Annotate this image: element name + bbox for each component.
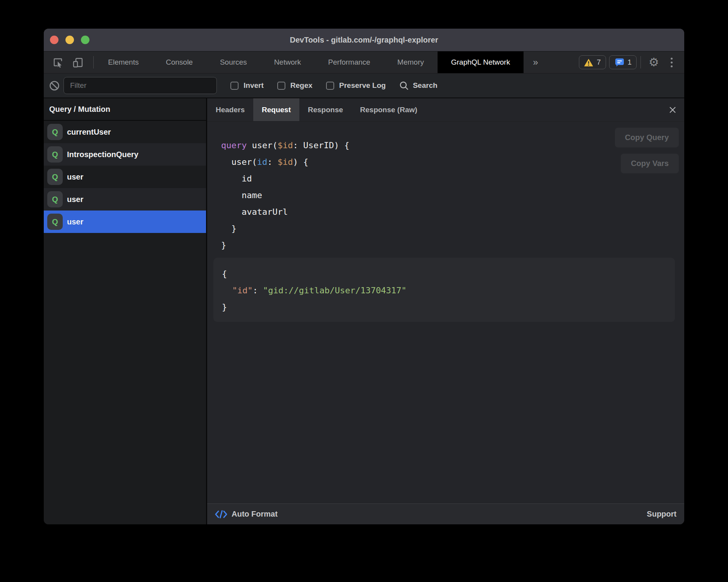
query-type-badge: Q xyxy=(47,146,63,163)
close-detail-button[interactable] xyxy=(661,98,684,121)
tab-graphql-network[interactable]: GraphQL Network xyxy=(438,51,524,73)
tab-request[interactable]: Request xyxy=(253,98,299,121)
code-token: "gid://gitlab/User/13704317" xyxy=(263,286,407,295)
device-toolbar-icon[interactable] xyxy=(72,57,83,68)
toolbar-icons xyxy=(44,51,94,73)
support-link[interactable]: Support xyxy=(647,510,676,519)
tab-response-raw[interactable]: Response (Raw) xyxy=(352,98,426,121)
copy-buttons: Copy Query Copy Vars xyxy=(615,128,679,173)
code-token: } xyxy=(222,302,227,312)
auto-format-button[interactable]: Auto Format xyxy=(232,510,278,519)
preserve-log-checkbox[interactable] xyxy=(326,82,334,90)
zoom-window-button[interactable] xyxy=(81,36,89,44)
message-icon xyxy=(614,58,624,67)
tab-network[interactable]: Network xyxy=(261,51,315,73)
list-item-label: user xyxy=(67,217,83,226)
invert-checkbox[interactable] xyxy=(230,82,239,90)
code-token: : xyxy=(252,286,263,295)
code-token: : xyxy=(267,157,278,167)
code-line: id xyxy=(221,170,349,187)
issues-count: 1 xyxy=(628,58,632,67)
code-line: query user($id: UserID) { xyxy=(221,137,349,154)
block-requests-icon[interactable] xyxy=(49,80,60,91)
request-detail-panel: Headers Request Response Response (Raw) … xyxy=(207,98,684,524)
tab-console[interactable]: Console xyxy=(152,51,206,73)
warnings-badge[interactable]: 7 xyxy=(579,55,606,69)
settings-gear-icon[interactable]: ⚙ xyxy=(645,56,663,68)
list-item-label: IntrospectionQuery xyxy=(67,150,138,159)
toolbar-divider xyxy=(640,56,641,68)
warning-icon xyxy=(584,58,593,67)
search-control[interactable]: Search xyxy=(399,81,437,91)
tab-headers[interactable]: Headers xyxy=(207,98,253,121)
code-line: { xyxy=(222,265,675,282)
tab-performance[interactable]: Performance xyxy=(314,51,384,73)
list-item-introspectionquery[interactable]: Q IntrospectionQuery xyxy=(44,143,206,166)
code-token: } xyxy=(221,240,226,250)
inspect-element-icon[interactable] xyxy=(52,57,63,68)
code-token: } xyxy=(221,224,237,233)
list-item-user-2[interactable]: Q user xyxy=(44,188,206,211)
code-line: } xyxy=(221,237,349,253)
code-line: } xyxy=(221,220,349,237)
list-item-currentuser[interactable]: Q currentUser xyxy=(44,121,206,143)
code-line: name xyxy=(221,187,349,204)
code-token: name xyxy=(221,190,262,200)
query-list-header-label: Query / Mutation xyxy=(49,105,110,114)
search-icon xyxy=(399,81,409,91)
list-item-user-1[interactable]: Q user xyxy=(44,166,206,188)
kebab-menu-icon[interactable] xyxy=(666,58,677,67)
code-token: $id xyxy=(278,140,293,150)
query-list-header: Query / Mutation xyxy=(44,98,206,121)
regex-label: Regex xyxy=(290,81,312,90)
filter-input[interactable] xyxy=(64,77,217,94)
query-variables-box: { "id": "gid://gitlab/User/13704317"} xyxy=(213,258,675,322)
filter-bar: Invert Regex Preserve Log Search xyxy=(44,74,684,98)
query-type-badge: Q xyxy=(47,169,63,185)
invert-checkbox-group[interactable]: Invert xyxy=(230,81,264,90)
code-token: : UserID) { xyxy=(293,140,349,150)
code-token xyxy=(222,286,232,295)
minimize-window-button[interactable] xyxy=(65,36,74,44)
preserve-log-checkbox-group[interactable]: Preserve Log xyxy=(326,81,386,90)
code-token: ) { xyxy=(293,157,308,167)
request-content: query user($id: UserID) { user(id: $id) … xyxy=(207,122,684,503)
code-token: id xyxy=(257,157,268,167)
tab-sources[interactable]: Sources xyxy=(206,51,261,73)
more-tabs-chevron[interactable]: » xyxy=(524,51,547,73)
preserve-log-label: Preserve Log xyxy=(339,81,386,90)
code-token: id xyxy=(221,174,252,183)
search-label: Search xyxy=(413,81,437,90)
auto-format-code-icon[interactable] xyxy=(215,510,227,519)
main-split: Query / Mutation Q currentUser Q Introsp… xyxy=(44,98,684,524)
query-type-badge: Q xyxy=(47,191,63,207)
copy-vars-button[interactable]: Copy Vars xyxy=(621,154,679,173)
warnings-count: 7 xyxy=(597,58,601,67)
code-token: { xyxy=(222,269,227,279)
devtools-toolbar: Elements Console Sources Network Perform… xyxy=(44,51,684,74)
tab-elements[interactable]: Elements xyxy=(94,51,152,73)
code-token: user( xyxy=(247,140,277,150)
list-item-label: user xyxy=(67,173,83,181)
close-icon xyxy=(669,106,676,114)
close-window-button[interactable] xyxy=(50,36,58,44)
invert-label: Invert xyxy=(244,81,264,90)
code-token: $id xyxy=(278,157,293,167)
code-line: avatarUrl xyxy=(221,204,349,220)
query-type-badge: Q xyxy=(47,214,63,230)
toolbar-right: 7 1 ⚙ xyxy=(579,51,684,73)
regex-checkbox[interactable] xyxy=(277,82,285,90)
issues-badge[interactable]: 1 xyxy=(609,55,637,69)
list-item-label: user xyxy=(67,195,83,204)
copy-query-button[interactable]: Copy Query xyxy=(615,128,679,147)
title-bar: DevTools - gitlab.com/-/graphql-explorer xyxy=(44,29,684,51)
code-line: "id": "gid://gitlab/User/13704317" xyxy=(222,282,675,299)
window-title: DevTools - gitlab.com/-/graphql-explorer xyxy=(290,36,438,45)
list-item-user-3-selected[interactable]: Q user xyxy=(44,211,206,233)
graphql-query-code: query user($id: UserID) { user(id: $id) … xyxy=(221,137,349,253)
tab-response[interactable]: Response xyxy=(299,98,352,121)
tab-memory[interactable]: Memory xyxy=(384,51,438,73)
code-token: "id" xyxy=(232,286,253,295)
code-token: query xyxy=(221,140,247,150)
regex-checkbox-group[interactable]: Regex xyxy=(277,81,312,90)
